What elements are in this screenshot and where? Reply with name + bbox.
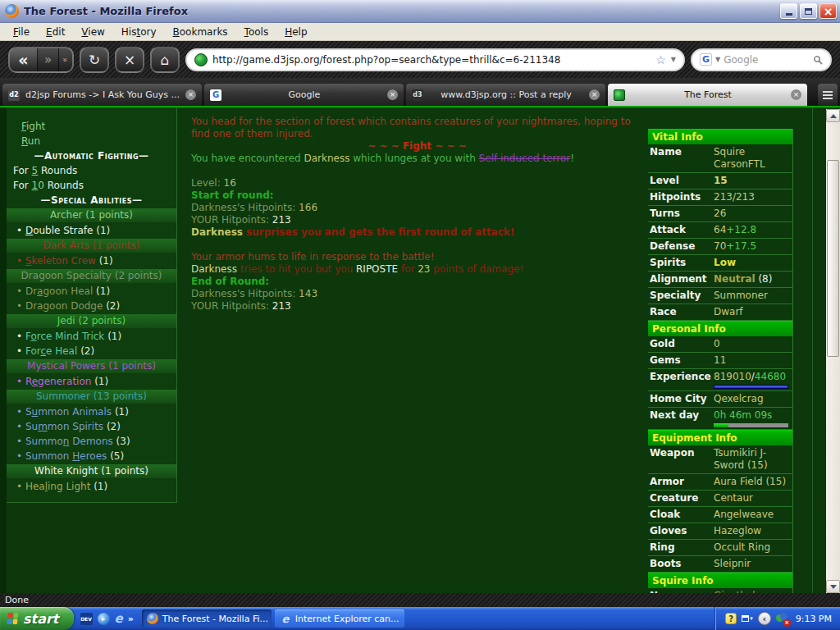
restore-button[interactable] <box>800 3 817 19</box>
menu-history[interactable]: History <box>115 25 163 39</box>
text-segment: For <box>13 180 32 191</box>
stat-value: 26 <box>714 208 791 220</box>
bookmark-star-icon[interactable]: ☆ <box>655 53 666 66</box>
text-segment: (1) <box>90 481 107 492</box>
text-segment: Summoner (13 points) <box>36 390 147 402</box>
search-bar[interactable]: G ▼ Google <box>691 48 832 71</box>
close-button[interactable]: × <box>819 3 837 19</box>
stat-value: Tsumikiri J-Sword (15) <box>714 447 791 472</box>
sidebar-item-force-heal-2[interactable]: • Force Heal (2) <box>7 344 176 358</box>
google-engine-icon[interactable]: G <box>700 53 712 66</box>
ie-quicklaunch-icon[interactable]: e <box>115 613 123 625</box>
hide-tray-icons-button[interactable]: ‹ <box>758 612 771 625</box>
title-bar[interactable]: The Forest - Mozilla Firefox × <box>0 0 840 23</box>
bullet-icon: • <box>16 406 25 418</box>
text-segment: Your armor hums to life in response to t… <box>191 251 435 262</box>
back-button[interactable]: « <box>10 48 38 71</box>
minimize-button[interactable] <box>780 3 797 19</box>
sidebar-item-dragoon-dodge-2[interactable]: • Dragoon Dodge (2) <box>7 299 176 313</box>
text-segment: points of damage! <box>431 263 524 275</box>
sidebar-item-fight[interactable]: Fight <box>7 119 176 134</box>
text-segment: S <box>25 255 32 267</box>
tab-d2jsp-forums-i-ask-you-guys[interactable]: d2d2jsp Forums -> I Ask You Guys ...× <box>2 84 202 106</box>
reload-button[interactable]: ↻ <box>80 47 109 73</box>
text-segment: Dra <box>25 300 43 312</box>
devcpp-quicklaunch-icon[interactable]: DEV <box>80 613 93 625</box>
text-segment: 11 <box>714 354 726 366</box>
sidebar-item-healing-light-1[interactable]: • Healing Light (1) <box>7 479 176 494</box>
scroll-down-button[interactable] <box>826 580 840 593</box>
tab-list-button[interactable] <box>818 84 838 106</box>
scroll-up-button[interactable] <box>826 109 840 122</box>
quick-launch: DEV ▸ e » <box>74 607 140 630</box>
text-segment: Dark Arts (1 points) <box>43 240 140 251</box>
close-tab-icon[interactable]: × <box>589 89 600 100</box>
bullet-icon: • <box>16 376 25 387</box>
menu-file[interactable]: File <box>7 25 36 39</box>
sidebar-item-skeleton-crew-1[interactable]: • Skeleton Crew (1) <box>7 253 176 268</box>
text-segment: Su <box>25 421 38 432</box>
text-segment: 0 <box>38 180 44 191</box>
window-title: The Forest - Mozilla Firefox <box>24 5 773 17</box>
sidebar-item-regeneration-1[interactable]: • Regeneration (1) <box>7 374 176 389</box>
sidebar-item-for-10-rounds[interactable]: For 10 Rounds <box>7 178 176 193</box>
search-icon[interactable] <box>813 55 823 65</box>
tab-the-forest[interactable]: The Forest× <box>608 84 807 106</box>
text-segment: R <box>21 135 28 147</box>
stop-button[interactable]: × <box>115 47 144 73</box>
window-tray-icon[interactable]: ▾ <box>742 615 753 622</box>
text-segment: eroes <box>80 450 107 462</box>
text-segment: Demons <box>69 436 112 447</box>
text-segment: (1) <box>91 376 108 387</box>
messenger-offline-tray-icon[interactable]: × <box>776 613 789 625</box>
tab-www-d3jsp-org-post-a-reply[interactable]: d3www.d3jsp.org :: Post a reply× <box>406 84 605 106</box>
question-tray-icon[interactable]: ? <box>725 613 737 624</box>
stat-label: Ring <box>650 541 714 554</box>
url-bar[interactable]: http://game.d3jsp.org/forest.php?op=sear… <box>185 48 685 71</box>
sidebar-item-force-mind-trick-1[interactable]: • Force Mind Trick (1) <box>7 329 176 344</box>
tab-google[interactable]: GGoogle× <box>204 84 404 106</box>
menu-edit[interactable]: Edit <box>39 25 71 39</box>
stat-row-cloak: CloakAngelweave <box>648 507 792 523</box>
sidebar-item-summon-heroes-5[interactable]: • Summon Heroes (5) <box>7 449 176 463</box>
engine-dropdown-icon[interactable]: ▼ <box>715 56 720 63</box>
text-segment: (2) <box>103 421 121 432</box>
home-button[interactable]: ⌂ <box>150 47 180 73</box>
scrollbar-thumb[interactable] <box>827 160 839 357</box>
sidebar-item-summon-animals-1[interactable]: • Summon Animals (1) <box>7 404 176 419</box>
ie-icon: e <box>280 614 291 624</box>
text-segment: keleton Crew <box>32 255 96 267</box>
stat-label: Hitpoints <box>650 191 714 203</box>
text-segment: (1) <box>96 255 113 267</box>
task-the-forest-mozilla-fi[interactable]: The Forest - Mozilla Fi... <box>142 609 272 628</box>
stat-row-turns: Turns26 <box>648 206 792 222</box>
menu-bookmarks[interactable]: Bookmarks <box>167 25 235 39</box>
sidebar-item-for-5-rounds[interactable]: For 5 Rounds <box>7 163 176 178</box>
sidebar-item-double-strafe-1[interactable]: • Double Strafe (1) <box>7 223 176 238</box>
menu-view[interactable]: View <box>75 25 111 39</box>
close-tab-icon[interactable]: × <box>185 89 196 100</box>
sidebar-item-summon-spirits-2[interactable]: • Summon Spirits (2) <box>7 419 176 434</box>
menu-tools[interactable]: Tools <box>238 25 276 39</box>
start-button[interactable]: start <box>0 607 74 630</box>
vertical-scrollbar[interactable] <box>826 109 840 593</box>
bullet-icon: • <box>16 331 25 342</box>
sidebar-item-dragoon-heal-1[interactable]: • Dragoon Heal (1) <box>7 284 176 299</box>
url-dropdown-icon[interactable]: ▼ <box>671 56 676 63</box>
sidebar-item-summon-demons-3[interactable]: • Summon Demons (3) <box>7 434 176 449</box>
sidebar-item-run[interactable]: Run <box>7 134 176 148</box>
stat-row-gems: Gems11 <box>648 353 792 369</box>
search-input[interactable]: Google <box>724 54 810 66</box>
task-internet-explorer-can[interactable]: eInternet Explorer can... <box>275 609 404 628</box>
text-segment: e <box>32 376 38 387</box>
menu-help[interactable]: Help <box>278 25 313 39</box>
url-text[interactable]: http://game.d3jsp.org/forest.php?op=sear… <box>212 54 651 66</box>
text-segment: (1) <box>93 285 110 297</box>
close-tab-icon[interactable]: × <box>791 89 801 100</box>
history-dropdown-icon[interactable]: » <box>54 53 74 66</box>
close-tab-icon[interactable]: × <box>387 89 398 100</box>
media-player-quicklaunch-icon[interactable]: ▸ <box>98 613 110 625</box>
quicklaunch-overflow-chevron[interactable]: » <box>128 614 134 624</box>
text-segment: 213 <box>272 214 291 226</box>
text-segment: Sleipnir <box>714 558 751 569</box>
